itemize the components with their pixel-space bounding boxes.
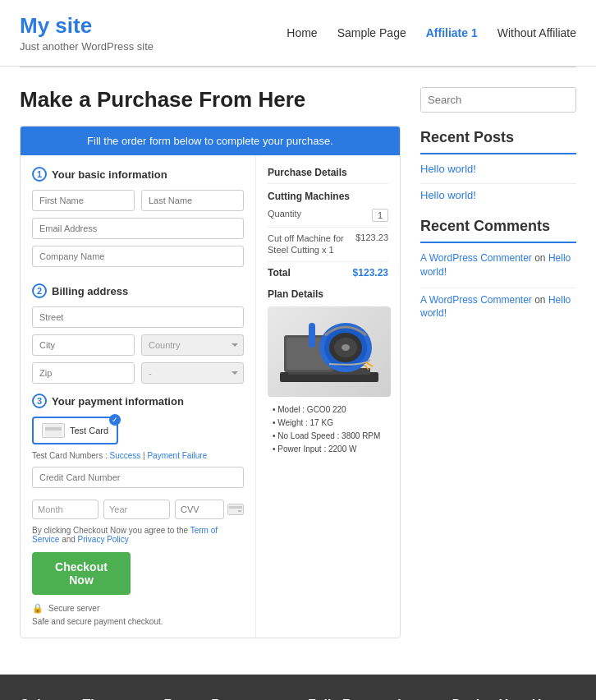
svg-rect-4 bbox=[238, 510, 241, 512]
cc-number-input[interactable] bbox=[32, 467, 244, 488]
failure-link[interactable]: Payment Failure bbox=[147, 451, 207, 460]
country-select[interactable]: Country bbox=[141, 334, 244, 356]
form-section: 1 Your basic information 2 Billing addre… bbox=[21, 155, 256, 638]
test-card-info: Test Card Numbers : Success | Payment Fa… bbox=[32, 451, 244, 460]
checkout-header: Fill the order form below to complete yo… bbox=[21, 127, 400, 155]
total-label: Total bbox=[268, 267, 291, 279]
nav-sample-page[interactable]: Sample Page bbox=[337, 26, 406, 39]
post-link-0[interactable]: Hello world! bbox=[420, 163, 576, 175]
secure-label: Secure server bbox=[48, 604, 99, 613]
email-input[interactable] bbox=[32, 218, 244, 239]
street-input[interactable] bbox=[32, 306, 244, 328]
comment-on-1: on bbox=[534, 294, 545, 306]
svg-point-13 bbox=[342, 344, 350, 351]
card-label: Test Card bbox=[70, 426, 108, 435]
cvv-icon bbox=[227, 504, 244, 515]
checkout-container: Fill the order form below to complete yo… bbox=[20, 126, 401, 638]
recent-posts-section: Recent Posts Hello world! Hello world! bbox=[420, 129, 576, 201]
svg-rect-2 bbox=[228, 504, 243, 514]
spec-1: Weight : 17 KG bbox=[268, 417, 388, 430]
product-name: Cutting Machines bbox=[268, 191, 388, 202]
comment-on-0: on bbox=[534, 252, 545, 264]
state-select[interactable]: - bbox=[141, 362, 244, 384]
total-value: $123.23 bbox=[353, 267, 388, 279]
sidebar: Recent Posts Hello world! Hello world! R… bbox=[420, 87, 576, 638]
section2-num: 2 bbox=[32, 283, 47, 298]
safe-text: Safe and secure payment checkout. bbox=[32, 617, 244, 626]
page-title: Make a Purchase From Here bbox=[20, 87, 401, 113]
item-price: $123.23 bbox=[355, 233, 388, 256]
section3-num: 3 bbox=[32, 394, 47, 408]
main-nav: Home Sample Page Affiliate 1 Without Aff… bbox=[287, 26, 576, 39]
header: My site Just another WordPress site Home… bbox=[0, 0, 596, 67]
quantity-value: 1 bbox=[372, 209, 388, 222]
city-input[interactable] bbox=[32, 334, 135, 356]
product-image bbox=[268, 306, 391, 397]
lock-icon: 🔒 bbox=[32, 603, 44, 614]
spec-2: No Load Speed : 3800 RPM bbox=[268, 430, 388, 443]
site-title: My site bbox=[20, 13, 154, 39]
checkout-button[interactable]: Checkout Now bbox=[32, 552, 131, 595]
svg-rect-14 bbox=[309, 323, 315, 348]
card-icon bbox=[42, 423, 65, 438]
svg-line-16 bbox=[366, 362, 373, 366]
search-button[interactable] bbox=[572, 88, 576, 112]
comment-0: A WordPress Commenter on Hello world! bbox=[420, 251, 576, 279]
commenter-link-0[interactable]: A WordPress Commenter bbox=[420, 252, 532, 264]
site-tagline: Just another WordPress site bbox=[20, 40, 154, 53]
purchase-title: Purchase Details bbox=[268, 167, 388, 184]
section2-title: 2 Billing address bbox=[32, 283, 244, 298]
card-option[interactable]: Test Card ✓ bbox=[32, 417, 118, 444]
zip-input[interactable] bbox=[32, 362, 135, 384]
recent-posts-title: Recent Posts bbox=[420, 129, 576, 154]
content-area: Make a Purchase From Here Fill the order… bbox=[20, 87, 401, 638]
month-select[interactable]: Month bbox=[32, 500, 99, 519]
privacy-link[interactable]: Privacy Policy bbox=[78, 535, 129, 544]
svg-rect-1 bbox=[45, 427, 62, 431]
search-input[interactable] bbox=[421, 88, 572, 112]
post-link-1[interactable]: Hello world! bbox=[420, 189, 576, 201]
plan-title: Plan Details bbox=[268, 288, 388, 300]
details-section: Purchase Details Cutting Machines Quanti… bbox=[256, 155, 400, 638]
comment-1: A WordPress Commenter on Hello world! bbox=[420, 293, 576, 321]
commenter-link-1[interactable]: A WordPress Commenter bbox=[420, 294, 532, 306]
recent-comments-section: Recent Comments A WordPress Commenter on… bbox=[420, 218, 576, 320]
item-label: Cut off Machine for Steel Cutting x 1 bbox=[268, 233, 350, 256]
first-name-input[interactable] bbox=[32, 190, 135, 211]
success-link[interactable]: Success bbox=[109, 451, 140, 460]
nav-home[interactable]: Home bbox=[287, 26, 317, 39]
spec-3: Power Input : 2200 W bbox=[268, 443, 388, 456]
last-name-input[interactable] bbox=[141, 190, 244, 211]
recent-comments-title: Recent Comments bbox=[420, 218, 576, 243]
footer: Colorway Theme Footer is widgetized. To … bbox=[0, 675, 596, 700]
svg-rect-3 bbox=[229, 506, 242, 509]
spec-0: Model : GCO0 220 bbox=[268, 403, 388, 417]
product-specs: Model : GCO0 220 Weight : 17 KG No Load … bbox=[268, 403, 388, 456]
section1-num: 1 bbox=[32, 167, 47, 182]
check-badge: ✓ bbox=[109, 414, 121, 426]
section1-title: 1 Your basic information bbox=[32, 167, 244, 182]
secure-row: 🔒 Secure server bbox=[32, 603, 244, 614]
terms-text: By clicking Checkout Now you agree to th… bbox=[32, 526, 244, 544]
section3-title: 3 Your payment information bbox=[32, 394, 244, 408]
company-input[interactable] bbox=[32, 246, 244, 267]
year-select[interactable]: Year bbox=[103, 500, 170, 519]
quantity-label: Quantity bbox=[268, 209, 301, 222]
nav-affiliate1[interactable]: Affiliate 1 bbox=[426, 26, 478, 39]
cvv-input[interactable] bbox=[175, 500, 224, 519]
search-box bbox=[420, 87, 576, 113]
nav-without-affiliate[interactable]: Without Affiliate bbox=[497, 26, 576, 39]
